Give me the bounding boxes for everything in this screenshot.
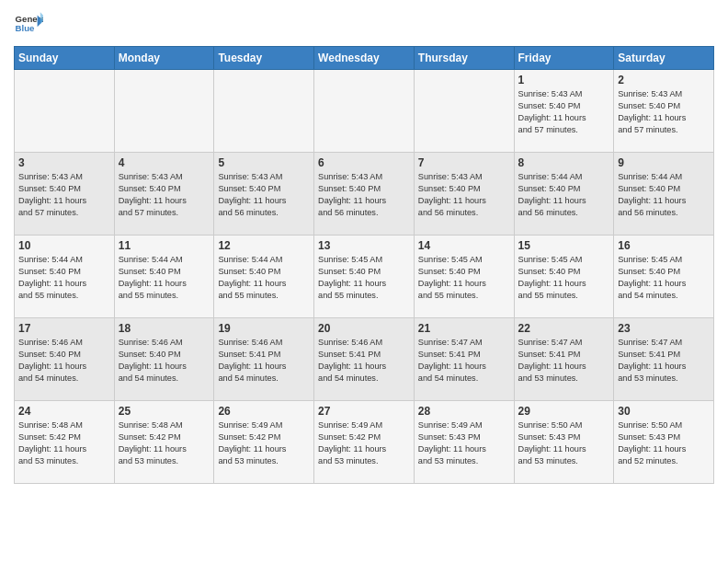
calendar-cell: 1Sunrise: 5:43 AM Sunset: 5:40 PM Daylig… xyxy=(514,70,614,153)
day-number: 2 xyxy=(618,74,710,86)
day-number: 14 xyxy=(418,239,510,252)
day-info: Sunrise: 5:45 AM Sunset: 5:40 PM Dayligh… xyxy=(318,254,410,302)
calendar-cell: 27Sunrise: 5:49 AM Sunset: 5:42 PM Dayli… xyxy=(314,401,415,484)
day-number: 4 xyxy=(119,156,210,169)
day-info: Sunrise: 5:43 AM Sunset: 5:40 PM Dayligh… xyxy=(618,88,710,136)
calendar-cell: 3Sunrise: 5:43 AM Sunset: 5:40 PM Daylig… xyxy=(15,153,115,236)
day-number: 11 xyxy=(119,239,210,252)
day-number: 20 xyxy=(318,322,410,335)
day-info: Sunrise: 5:46 AM Sunset: 5:40 PM Dayligh… xyxy=(18,337,110,385)
calendar-cell: 5Sunrise: 5:43 AM Sunset: 5:40 PM Daylig… xyxy=(214,153,314,236)
calendar-cell: 4Sunrise: 5:43 AM Sunset: 5:40 PM Daylig… xyxy=(114,153,214,236)
calendar-day-header: Wednesday xyxy=(314,47,415,70)
day-number: 23 xyxy=(618,322,710,335)
calendar-cell: 2Sunrise: 5:43 AM Sunset: 5:40 PM Daylig… xyxy=(614,70,714,153)
day-number: 13 xyxy=(318,239,410,252)
calendar-cell: 24Sunrise: 5:48 AM Sunset: 5:42 PM Dayli… xyxy=(15,401,115,484)
calendar-cell: 25Sunrise: 5:48 AM Sunset: 5:42 PM Dayli… xyxy=(114,401,214,484)
calendar-week-row: 10Sunrise: 5:44 AM Sunset: 5:40 PM Dayli… xyxy=(15,236,714,318)
calendar-cell: 22Sunrise: 5:47 AM Sunset: 5:41 PM Dayli… xyxy=(514,318,614,401)
day-info: Sunrise: 5:46 AM Sunset: 5:41 PM Dayligh… xyxy=(318,337,410,385)
day-number: 1 xyxy=(518,74,610,86)
day-number: 5 xyxy=(218,156,310,169)
day-number: 28 xyxy=(418,405,510,418)
day-info: Sunrise: 5:43 AM Sunset: 5:40 PM Dayligh… xyxy=(18,171,110,219)
day-number: 29 xyxy=(518,405,610,418)
calendar-day-header: Sunday xyxy=(15,47,115,70)
calendar-day-header: Saturday xyxy=(614,47,714,70)
day-number: 26 xyxy=(218,405,310,418)
day-number: 12 xyxy=(218,239,310,252)
day-info: Sunrise: 5:50 AM Sunset: 5:43 PM Dayligh… xyxy=(518,419,610,467)
day-number: 7 xyxy=(418,156,510,169)
day-number: 24 xyxy=(18,405,110,418)
calendar-day-header: Monday xyxy=(114,47,214,70)
day-info: Sunrise: 5:47 AM Sunset: 5:41 PM Dayligh… xyxy=(618,337,710,385)
calendar-week-row: 24Sunrise: 5:48 AM Sunset: 5:42 PM Dayli… xyxy=(15,401,714,484)
calendar-week-row: 3Sunrise: 5:43 AM Sunset: 5:40 PM Daylig… xyxy=(15,153,714,236)
day-number: 19 xyxy=(218,322,310,335)
day-info: Sunrise: 5:50 AM Sunset: 5:43 PM Dayligh… xyxy=(618,419,710,467)
day-info: Sunrise: 5:49 AM Sunset: 5:42 PM Dayligh… xyxy=(218,419,310,467)
day-number: 15 xyxy=(518,239,610,252)
day-info: Sunrise: 5:49 AM Sunset: 5:43 PM Dayligh… xyxy=(418,419,510,467)
calendar-day-header: Tuesday xyxy=(214,47,314,70)
calendar-cell: 30Sunrise: 5:50 AM Sunset: 5:43 PM Dayli… xyxy=(614,401,714,484)
calendar-cell: 14Sunrise: 5:45 AM Sunset: 5:40 PM Dayli… xyxy=(414,236,514,318)
calendar-week-row: 1Sunrise: 5:43 AM Sunset: 5:40 PM Daylig… xyxy=(15,70,714,153)
calendar-cell xyxy=(414,70,514,153)
calendar-cell: 19Sunrise: 5:46 AM Sunset: 5:41 PM Dayli… xyxy=(214,318,314,401)
day-info: Sunrise: 5:43 AM Sunset: 5:40 PM Dayligh… xyxy=(318,171,410,219)
day-number: 8 xyxy=(518,156,610,169)
day-number: 21 xyxy=(418,322,510,335)
calendar-cell: 8Sunrise: 5:44 AM Sunset: 5:40 PM Daylig… xyxy=(514,153,614,236)
day-info: Sunrise: 5:49 AM Sunset: 5:42 PM Dayligh… xyxy=(318,419,410,467)
calendar-cell: 11Sunrise: 5:44 AM Sunset: 5:40 PM Dayli… xyxy=(114,236,214,318)
calendar-cell: 7Sunrise: 5:43 AM Sunset: 5:40 PM Daylig… xyxy=(414,153,514,236)
calendar-cell xyxy=(15,70,115,153)
logo-icon: General Blue xyxy=(14,9,43,39)
calendar-cell: 21Sunrise: 5:47 AM Sunset: 5:41 PM Dayli… xyxy=(414,318,514,401)
day-info: Sunrise: 5:48 AM Sunset: 5:42 PM Dayligh… xyxy=(119,419,210,467)
day-info: Sunrise: 5:43 AM Sunset: 5:40 PM Dayligh… xyxy=(418,171,510,219)
calendar-cell: 18Sunrise: 5:46 AM Sunset: 5:40 PM Dayli… xyxy=(114,318,214,401)
calendar-day-header: Friday xyxy=(514,47,614,70)
day-number: 6 xyxy=(318,156,410,169)
logo: General Blue xyxy=(14,9,47,39)
calendar-cell: 15Sunrise: 5:45 AM Sunset: 5:40 PM Dayli… xyxy=(514,236,614,318)
calendar-header-row: SundayMondayTuesdayWednesdayThursdayFrid… xyxy=(15,47,714,70)
calendar-cell: 13Sunrise: 5:45 AM Sunset: 5:40 PM Dayli… xyxy=(314,236,415,318)
day-number: 30 xyxy=(618,405,710,418)
calendar-table: SundayMondayTuesdayWednesdayThursdayFrid… xyxy=(14,46,714,484)
calendar-cell: 16Sunrise: 5:45 AM Sunset: 5:40 PM Dayli… xyxy=(614,236,714,318)
day-info: Sunrise: 5:44 AM Sunset: 5:40 PM Dayligh… xyxy=(518,171,610,219)
calendar-cell: 28Sunrise: 5:49 AM Sunset: 5:43 PM Dayli… xyxy=(414,401,514,484)
calendar-cell xyxy=(114,70,214,153)
day-number: 18 xyxy=(119,322,210,335)
calendar-cell: 23Sunrise: 5:47 AM Sunset: 5:41 PM Dayli… xyxy=(614,318,714,401)
calendar-cell: 17Sunrise: 5:46 AM Sunset: 5:40 PM Dayli… xyxy=(15,318,115,401)
calendar-cell: 20Sunrise: 5:46 AM Sunset: 5:41 PM Dayli… xyxy=(314,318,415,401)
calendar-cell: 6Sunrise: 5:43 AM Sunset: 5:40 PM Daylig… xyxy=(314,153,415,236)
day-number: 16 xyxy=(618,239,710,252)
day-info: Sunrise: 5:44 AM Sunset: 5:40 PM Dayligh… xyxy=(119,254,210,302)
day-info: Sunrise: 5:45 AM Sunset: 5:40 PM Dayligh… xyxy=(418,254,510,302)
day-info: Sunrise: 5:43 AM Sunset: 5:40 PM Dayligh… xyxy=(119,171,210,219)
header: General Blue xyxy=(14,9,714,39)
day-number: 17 xyxy=(18,322,110,335)
day-number: 22 xyxy=(518,322,610,335)
day-number: 9 xyxy=(618,156,710,169)
svg-text:Blue: Blue xyxy=(16,23,35,33)
calendar-cell: 29Sunrise: 5:50 AM Sunset: 5:43 PM Dayli… xyxy=(514,401,614,484)
day-info: Sunrise: 5:47 AM Sunset: 5:41 PM Dayligh… xyxy=(418,337,510,385)
day-info: Sunrise: 5:44 AM Sunset: 5:40 PM Dayligh… xyxy=(218,254,310,302)
day-info: Sunrise: 5:45 AM Sunset: 5:40 PM Dayligh… xyxy=(618,254,710,302)
day-info: Sunrise: 5:47 AM Sunset: 5:41 PM Dayligh… xyxy=(518,337,610,385)
calendar-cell xyxy=(214,70,314,153)
day-number: 3 xyxy=(18,156,110,169)
day-number: 10 xyxy=(18,239,110,252)
day-info: Sunrise: 5:43 AM Sunset: 5:40 PM Dayligh… xyxy=(518,88,610,136)
calendar-week-row: 17Sunrise: 5:46 AM Sunset: 5:40 PM Dayli… xyxy=(15,318,714,401)
calendar-cell: 10Sunrise: 5:44 AM Sunset: 5:40 PM Dayli… xyxy=(15,236,115,318)
day-number: 25 xyxy=(119,405,210,418)
